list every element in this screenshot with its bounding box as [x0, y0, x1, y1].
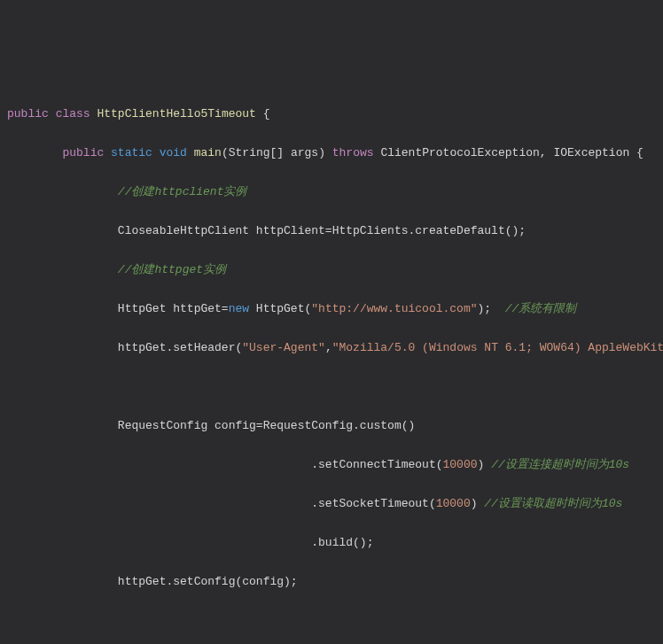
code-line: CloseableHttpClient httpClient=HttpClien…	[0, 221, 663, 241]
string-literal: "User-Agent"	[242, 341, 325, 354]
code-block: public class HttpClientHello5Timeout { p…	[0, 85, 663, 644]
keyword-static: static	[111, 146, 152, 159]
statement: CloseableHttpClient httpClient=HttpClien…	[118, 224, 526, 237]
code-line: public static void main(String[] args) t…	[0, 144, 663, 163]
keyword-public: public	[62, 146, 104, 159]
statement: .build();	[118, 536, 374, 549]
code-text: ,	[325, 341, 332, 354]
number-literal: 10000	[436, 497, 471, 510]
comment: //设置连接超时时间为10s	[491, 458, 629, 471]
code-line: RequestConfig config=RequestConfig.custo…	[0, 416, 663, 436]
comment: //系统有限制	[505, 302, 577, 315]
code-text: httpGet.setHeader(	[118, 341, 242, 354]
code-line	[0, 611, 663, 631]
keyword-public: public	[7, 107, 49, 120]
comment: //创建httpget实例	[118, 263, 226, 276]
code-text: HttpGet httpGet=	[118, 302, 229, 315]
method-main: main	[194, 146, 222, 159]
keyword-new: new	[229, 302, 249, 315]
statement: RequestConfig config=RequestConfig.custo…	[118, 419, 415, 432]
statement: httpGet.setConfig(config);	[118, 575, 298, 588]
code-text: HttpGet(	[249, 302, 311, 315]
code-line: //创建httpclient实例	[0, 182, 663, 202]
keyword-class: class	[56, 107, 90, 120]
code-text: .setConnectTimeout(	[118, 458, 443, 471]
keyword-void: void	[160, 146, 187, 159]
string-literal: "http://www.tuicool.com"	[311, 302, 477, 315]
code-text: )	[478, 458, 492, 471]
code-line: //创建httpget实例	[0, 260, 663, 280]
args: (String[] args)	[222, 146, 325, 159]
code-line: .setConnectTimeout(10000) //设置连接超时时间为10s	[0, 455, 663, 475]
number-literal: 10000	[443, 458, 478, 471]
code-line: httpGet.setConfig(config);	[0, 572, 663, 592]
brace: {	[263, 107, 270, 120]
comment: //设置读取超时时间为10s	[484, 497, 622, 510]
code-line: .setSocketTimeout(10000) //设置读取超时时间为10s	[0, 494, 663, 514]
class-name: HttpClientHello5Timeout	[97, 107, 255, 120]
comment: //创建httpclient实例	[118, 185, 247, 198]
code-text: );	[478, 302, 505, 315]
code-line: httpGet.setHeader("User-Agent","Mozilla/…	[0, 338, 663, 358]
code-text: .setSocketTimeout(	[118, 497, 436, 510]
code-line: .build();	[0, 533, 663, 553]
code-line: HttpGet httpGet=new HttpGet("http://www.…	[0, 299, 663, 319]
code-text: )	[471, 497, 485, 510]
exceptions: ClientProtocolException, IOException {	[380, 146, 643, 159]
code-line: public class HttpClientHello5Timeout {	[0, 105, 663, 124]
code-line	[0, 377, 663, 397]
keyword-throws: throws	[332, 146, 374, 159]
string-literal: "Mozilla/5.0 (Windows NT 6.1; WOW64) App…	[332, 341, 663, 354]
